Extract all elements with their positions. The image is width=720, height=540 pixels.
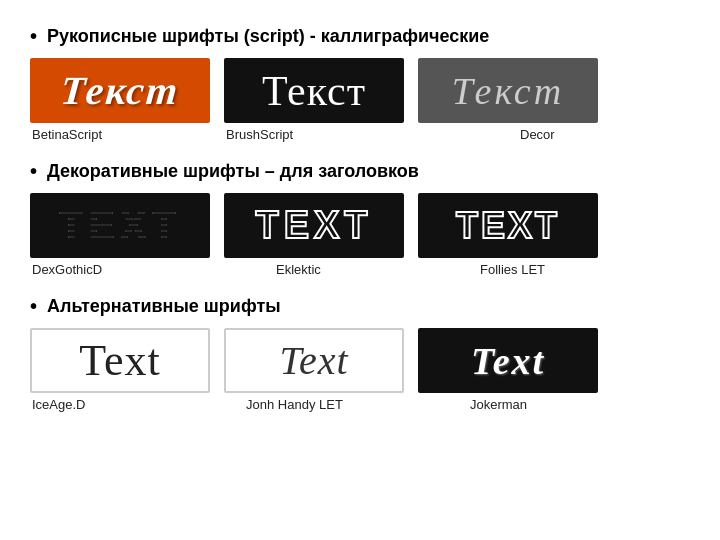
betina-text: Текст (59, 67, 181, 114)
font-label-jokerman: Jokerman (468, 397, 527, 412)
font-item-iceage: Text IceAge.D (30, 328, 210, 412)
font-box-johnhandy: Text (224, 328, 404, 393)
section-label-alternative: Альтернативные шрифты (47, 296, 281, 317)
section-script: • Рукописные шрифты (script) - каллиграф… (30, 25, 690, 142)
eklektic-text: TEXT (255, 204, 372, 247)
section-title-decorative: • Декоративные шрифты – для заголовков (30, 160, 690, 183)
font-label-iceage: IceAge.D (30, 397, 85, 412)
font-item-decor: Текст Decor (418, 58, 598, 142)
section-title-alternative: • Альтернативные шрифты (30, 295, 690, 318)
font-row-script: Текст BetinaScript Текст BrushScript Тек… (30, 58, 690, 142)
font-box-dex: TEXT (30, 193, 210, 258)
bullet-decorative: • (30, 160, 37, 183)
font-label-dex: DexGothicD (30, 262, 102, 277)
font-item-dex: TEXT DexGothicD (30, 193, 210, 277)
brush-text: Текст (262, 67, 366, 115)
bullet-alternative: • (30, 295, 37, 318)
font-box-iceage: Text (30, 328, 210, 393)
follies-text: TEXT (456, 205, 560, 247)
dex-text: TEXT (59, 203, 181, 248)
font-label-johnhandy: Jonh Handy LET (244, 397, 343, 412)
bullet-script: • (30, 25, 37, 48)
font-row-decorative: TEXT DexGothicD TEXT Eklektic TEXT Fo (30, 193, 690, 277)
font-box-decor: Текст (418, 58, 598, 123)
font-row-alternative: Text IceAge.D Text Jonh Handy LET Text (30, 328, 690, 412)
font-item-eklektic: TEXT Eklektic (224, 193, 404, 277)
font-box-betina: Текст (30, 58, 210, 123)
font-label-follies: Follies LET (478, 262, 545, 277)
font-label-decor: Decor (518, 127, 555, 142)
font-item-johnhandy: Text Jonh Handy LET (224, 328, 404, 412)
font-item-brush: Текст BrushScript (224, 58, 404, 142)
font-item-betina: Текст BetinaScript (30, 58, 210, 142)
decor-text: Текст (452, 69, 564, 113)
page: • Рукописные шрифты (script) - каллиграф… (0, 0, 720, 540)
font-box-brush: Текст (224, 58, 404, 123)
section-title-script: • Рукописные шрифты (script) - каллиграф… (30, 25, 690, 48)
font-label-eklektic: Eklektic (274, 262, 321, 277)
section-alternative: • Альтернативные шрифты Text IceAge.D Te… (30, 295, 690, 412)
font-item-follies: TEXT Follies LET (418, 193, 598, 277)
section-decorative: • Декоративные шрифты – для заголовков T… (30, 160, 690, 277)
font-label-betina: BetinaScript (30, 127, 102, 142)
font-box-eklektic: TEXT (224, 193, 404, 258)
font-label-brush: BrushScript (224, 127, 293, 142)
johnhandy-text: Text (279, 337, 348, 384)
font-box-jokerman: Text (418, 328, 598, 393)
section-label-decorative: Декоративные шрифты – для заголовков (47, 161, 419, 182)
jokerman-text: Text (471, 339, 545, 383)
font-item-jokerman: Text Jokerman (418, 328, 598, 412)
section-label-script: Рукописные шрифты (script) - каллиграфич… (47, 26, 489, 47)
font-box-follies: TEXT (418, 193, 598, 258)
sections-wrapper: • Рукописные шрифты (script) - каллиграф… (30, 20, 690, 412)
iceage-text: Text (79, 335, 161, 386)
